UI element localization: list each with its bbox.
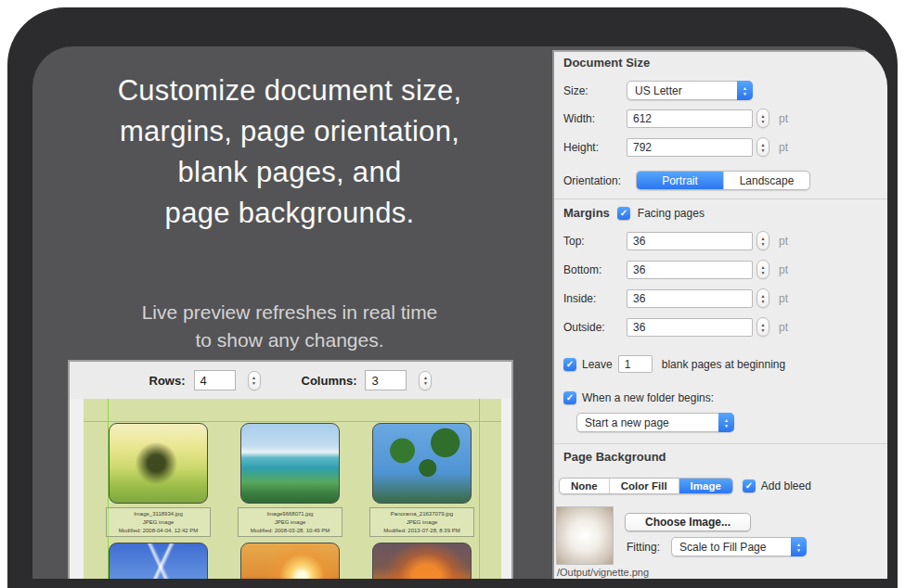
photo-type: JPEG image [107, 518, 210, 527]
margin-guide-right [479, 399, 480, 579]
photo-modified: Modified: 2013-07-28, 8:39 PM [370, 527, 473, 535]
height-input[interactable]: 792 [627, 138, 753, 157]
margin-outside-input[interactable]: 36 [627, 318, 753, 337]
margin-top-stepper[interactable]: ▲▼ [756, 231, 769, 250]
new-folder-label: When a new folder begins: [582, 391, 714, 404]
photo-thumbnail-beach [240, 423, 340, 504]
checkmark-icon: ✓ [745, 481, 753, 491]
checkmark-icon: ✓ [566, 360, 574, 369]
preview-toolbar: Rows: 4 ▲▼ Columns: 3 ▲▼ [70, 362, 511, 399]
background-image-button[interactable]: Image [679, 479, 732, 493]
stepper-down-icon[interactable]: ▼ [761, 299, 766, 304]
background-image-path: /Output/vignette.png [557, 567, 649, 578]
margin-inside-stepper[interactable]: ▲▼ [756, 288, 769, 308]
columns-input[interactable]: 3 [365, 370, 407, 390]
margin-top-unit: pt [779, 235, 788, 248]
new-folder-checkbox[interactable]: ✓ [563, 391, 576, 404]
width-stepper[interactable]: ▲▼ [756, 109, 769, 128]
chevron-up-down-icon: ▲▼ [791, 537, 807, 556]
margin-bottom-input[interactable]: 36 [627, 261, 753, 279]
chevron-up-down-icon: ▲▼ [737, 81, 753, 100]
headline-line: blank pages, and [44, 152, 536, 193]
blank-pages-count-input[interactable]: 1 [618, 355, 653, 373]
subheadline-line: Live preview refreshes in real time [44, 299, 536, 326]
stepper-down-icon[interactable]: ▼ [761, 327, 766, 333]
stepper-down-icon[interactable]: ▼ [761, 119, 766, 124]
orientation-landscape-button[interactable]: Landscape [723, 172, 809, 189]
stepper-down-icon[interactable]: ▼ [761, 147, 766, 153]
photo-modified: Modified: 2008-04-04, 12:42 PM [107, 527, 210, 535]
margin-inside-input[interactable]: 36 [627, 289, 753, 308]
background-color-fill-button[interactable]: Color Fill [609, 479, 679, 493]
app-screen: Customize document size, margins, page o… [32, 46, 887, 579]
facing-pages-checkbox[interactable]: ✓ [617, 207, 630, 220]
photo-caption: Image9668071.jpg JPEG image Modified: 20… [238, 507, 343, 537]
rows-input[interactable]: 4 [194, 370, 236, 390]
photo-thumbnail-clouds [372, 543, 472, 579]
add-bleed-label: Add bleed [761, 479, 811, 492]
new-folder-action-select[interactable]: Start a new page ▲▼ [576, 413, 734, 432]
background-none-button[interactable]: None [560, 479, 609, 493]
stepper-down-icon[interactable]: ▼ [761, 241, 766, 247]
photo-thumbnail-sunset [240, 543, 340, 579]
stepper-down-icon[interactable]: ▼ [423, 380, 428, 386]
photo-thumbnail-palms [372, 423, 472, 504]
photo-thumbnail-sky [109, 543, 208, 579]
photo-type: JPEG image [370, 518, 473, 527]
margins-title: Margins [563, 206, 610, 220]
size-label: Size: [563, 84, 627, 97]
settings-panel: Document Size Size: US Letter ▲▼ Width: … [552, 50, 887, 579]
orientation-row: Orientation: Portrait Landscape [563, 171, 880, 190]
leave-blank-pages-checkbox[interactable]: ✓ [563, 358, 576, 371]
margins-header-row: Margins ✓ Facing pages [563, 206, 880, 220]
photo-filename: Image_3118934.jpg [107, 510, 210, 518]
rows-label: Rows: [149, 374, 186, 388]
margin-bottom-stepper[interactable]: ▲▼ [756, 260, 769, 279]
photo-thumbnail-tree [109, 423, 208, 504]
checkmark-icon: ✓ [620, 209, 627, 218]
headline-line: page backgrounds. [44, 193, 536, 234]
columns-stepper[interactable]: ▲▼ [419, 371, 432, 390]
marketing-slide: Customize document size, margins, page o… [0, 0, 905, 588]
margin-outside-unit: pt [779, 321, 788, 334]
height-stepper[interactable]: ▲▼ [756, 137, 769, 157]
fitting-select[interactable]: Scale to Fill Page ▲▼ [671, 537, 807, 556]
width-label: Width: [563, 112, 627, 125]
margin-top-row: Top: 36 ▲▼ pt [563, 231, 880, 250]
margin-outside-label: Outside: [563, 321, 627, 334]
margin-bottom-row: Bottom: 36 ▲▼ pt [563, 260, 880, 279]
background-segmented-control: None Color Fill Image [559, 478, 733, 494]
margin-top-input[interactable]: 36 [627, 232, 753, 250]
photo-cell: Panorama_21637079.jpg JPEG image Modifie… [372, 423, 472, 579]
width-row: Width: 612 ▲▼ pt [563, 109, 880, 128]
choose-image-button[interactable]: Choose Image... [625, 513, 751, 531]
headline-line: margins, page orientation, [44, 111, 536, 152]
document-size-title: Document Size [563, 56, 880, 70]
leave-blank-pages-row: ✓ Leave 1 blank pages at beginning [563, 355, 880, 373]
chevron-up-down-icon: ▲▼ [718, 413, 734, 432]
height-label: Height: [563, 141, 627, 154]
document-page-preview: Image_3118934.jpg JPEG image Modified: 2… [84, 399, 501, 579]
width-input[interactable]: 612 [627, 109, 753, 128]
stepper-down-icon[interactable]: ▼ [252, 380, 256, 386]
margin-bottom-unit: pt [779, 263, 788, 276]
size-select[interactable]: US Letter ▲▼ [627, 81, 753, 100]
subheadline: Live preview refreshes in real time to s… [44, 299, 536, 354]
fitting-label: Fitting: [627, 541, 660, 554]
columns-label: Columns: [302, 374, 357, 388]
live-preview-window: Rows: 4 ▲▼ Columns: 3 ▲▼ Image_31189 [68, 360, 513, 579]
margin-top-label: Top: [563, 235, 627, 248]
stepper-down-icon[interactable]: ▼ [761, 270, 766, 275]
margin-outside-stepper[interactable]: ▲▼ [756, 317, 769, 337]
photo-caption: Image_3118934.jpg JPEG image Modified: 2… [106, 507, 211, 537]
orientation-portrait-button[interactable]: Portrait [637, 172, 723, 189]
photo-type: JPEG image [239, 518, 342, 527]
add-bleed-checkbox[interactable]: ✓ [743, 479, 756, 492]
rows-stepper[interactable]: ▲▼ [248, 371, 261, 390]
headline: Customize document size, margins, page o… [44, 70, 536, 234]
width-unit: pt [779, 112, 788, 125]
device-bezel: Customize document size, margins, page o… [7, 7, 898, 588]
size-row: Size: US Letter ▲▼ [563, 81, 880, 100]
margin-outside-row: Outside: 36 ▲▼ pt [563, 317, 880, 337]
fitting-row: Fitting: Scale to Fill Page ▲▼ [627, 537, 880, 556]
